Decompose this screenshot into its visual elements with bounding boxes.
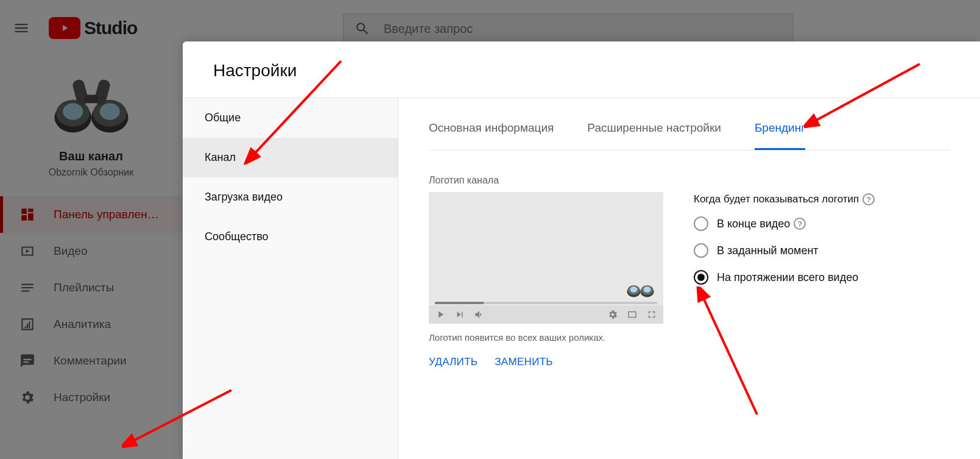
radio-option-entire[interactable]: На протяжении всего видео xyxy=(694,270,875,285)
radio-label: В конце видео ? xyxy=(717,218,806,230)
branding-section-label: Логотип канала xyxy=(429,175,950,186)
next-icon xyxy=(454,309,465,320)
display-time-options: Когда будет показываться логотип ? В кон… xyxy=(694,192,875,297)
branding-actions: УДАЛИТЬ ЗАМЕНИТЬ xyxy=(429,356,663,368)
radio-icon-checked xyxy=(694,270,708,285)
modal-title: Настройки xyxy=(213,61,950,80)
preview-note: Логотип появится во всех ваших роликах. xyxy=(429,332,663,343)
settings-tab-community[interactable]: Сообщество xyxy=(183,217,398,257)
preview-column: Логотип появится во всех ваших роликах. … xyxy=(429,192,663,368)
svg-point-13 xyxy=(630,286,638,293)
settings-tab-upload[interactable]: Загрузка видео xyxy=(183,177,398,217)
player-controls xyxy=(429,305,663,324)
channel-tabs: Основная информация Расширенные настройк… xyxy=(429,98,950,151)
settings-gear-icon xyxy=(607,309,618,320)
watermark-preview-icon xyxy=(624,275,657,299)
volume-icon xyxy=(474,309,485,320)
delete-button[interactable]: УДАЛИТЬ xyxy=(429,356,478,368)
radio-label: На протяжении всего видео xyxy=(717,271,858,284)
radio-label: В заданный момент xyxy=(717,244,819,257)
help-icon[interactable]: ? xyxy=(794,218,806,230)
tab-branding[interactable]: Брендинг xyxy=(755,121,805,150)
settings-sidebar: Общие Канал Загрузка видео Сообщество xyxy=(183,98,398,459)
tab-basic-info[interactable]: Основная информация xyxy=(429,121,554,150)
replace-button[interactable]: ЗАМЕНИТЬ xyxy=(495,356,553,368)
settings-modal: Настройки Общие Канал Загрузка видео Соо… xyxy=(183,41,980,459)
radio-group-title: Когда будет показываться логотип ? xyxy=(694,193,875,205)
progress-track xyxy=(435,302,657,304)
svg-point-14 xyxy=(644,286,651,293)
radio-icon xyxy=(694,216,708,231)
modal-header: Настройки xyxy=(183,41,980,98)
progress-fill xyxy=(435,302,484,304)
tab-advanced[interactable]: Расширенные настройки xyxy=(587,121,721,150)
radio-icon xyxy=(694,243,708,258)
play-icon xyxy=(435,309,446,320)
help-icon[interactable]: ? xyxy=(862,193,875,205)
settings-tab-general[interactable]: Общие xyxy=(183,98,398,138)
fullscreen-icon xyxy=(646,309,657,320)
modal-body: Общие Канал Загрузка видео Сообщество Ос… xyxy=(183,98,980,459)
video-preview xyxy=(429,192,663,324)
theater-icon xyxy=(627,309,638,320)
settings-main: Основная информация Расширенные настройк… xyxy=(398,98,980,459)
settings-tab-channel[interactable]: Канал xyxy=(183,138,398,177)
radio-option-end[interactable]: В конце видео ? xyxy=(694,216,875,231)
branding-content: Логотип появится во всех ваших роликах. … xyxy=(429,192,950,368)
radio-option-custom[interactable]: В заданный момент xyxy=(694,243,875,258)
